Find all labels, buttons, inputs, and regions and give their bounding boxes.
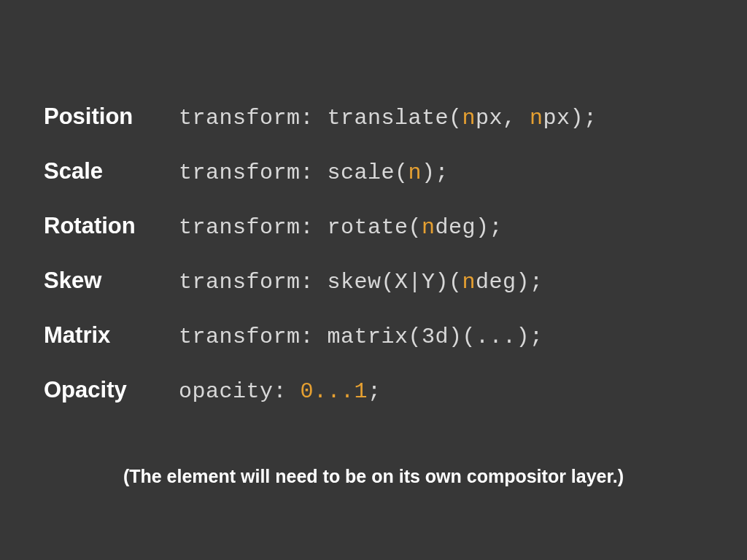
row-label: Skew (44, 268, 179, 294)
row-code: transform: scale(n); (179, 160, 449, 185)
row-scale: Scale transform: scale(n); (44, 158, 703, 185)
row-matrix: Matrix transform: matrix(3d)(...); (44, 322, 703, 349)
code-text: ; (368, 379, 382, 404)
code-text: ); (422, 160, 449, 185)
row-label: Position (44, 104, 179, 130)
code-text: px); (543, 106, 597, 131)
footer-note: (The element will need to be on its own … (0, 466, 747, 487)
code-text: deg); (436, 215, 503, 240)
code-text: deg); (476, 270, 543, 295)
row-label: Rotation (44, 213, 179, 239)
row-code: transform: rotate(ndeg); (179, 215, 503, 240)
code-text: transform: matrix(3d)(...); (179, 324, 543, 349)
row-code: transform: matrix(3d)(...); (179, 324, 543, 349)
code-text: transform: rotate( (179, 215, 422, 240)
row-code: opacity: 0...1; (179, 379, 382, 404)
row-rotation: Rotation transform: rotate(ndeg); (44, 213, 703, 240)
code-variable: n (422, 215, 436, 240)
row-label: Opacity (44, 377, 179, 403)
code-variable: n (409, 160, 422, 185)
code-variable: n (462, 270, 476, 295)
code-text: opacity: (179, 379, 301, 404)
row-code: transform: skew(X|Y)(ndeg); (179, 270, 543, 295)
code-text: px, (476, 106, 530, 131)
code-text: transform: translate( (179, 106, 462, 131)
row-opacity: Opacity opacity: 0...1; (44, 377, 703, 404)
code-text: transform: skew(X|Y)( (179, 270, 462, 295)
property-table: Position transform: translate(npx, npx);… (44, 104, 703, 432)
code-variable: n (462, 106, 476, 131)
row-label: Scale (44, 158, 179, 184)
row-position: Position transform: translate(npx, npx); (44, 104, 703, 131)
code-variable: 0...1 (301, 379, 368, 404)
code-variable: n (530, 106, 543, 131)
row-label: Matrix (44, 322, 179, 349)
code-text: transform: scale( (179, 160, 409, 185)
row-skew: Skew transform: skew(X|Y)(ndeg); (44, 268, 703, 295)
row-code: transform: translate(npx, npx); (179, 106, 597, 131)
